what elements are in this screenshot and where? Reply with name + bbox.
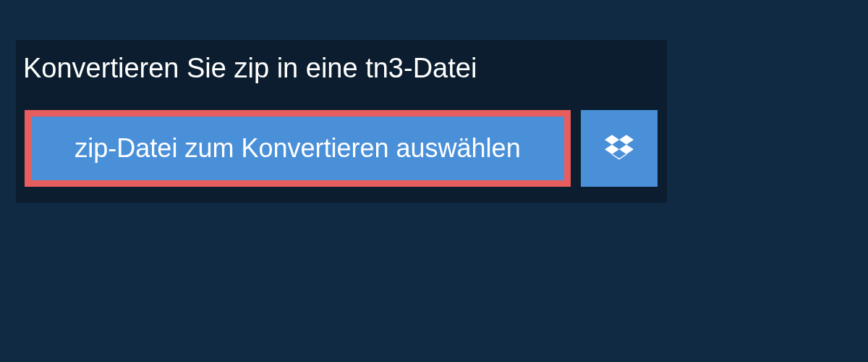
- select-file-button[interactable]: zip-Datei zum Konvertieren auswählen: [25, 110, 571, 187]
- title-bar: Konvertieren Sie zip in eine tn3-Datei: [16, 40, 498, 97]
- converter-panel: Konvertieren Sie zip in eine tn3-Datei z…: [16, 40, 667, 203]
- select-file-label: zip-Datei zum Konvertieren auswählen: [75, 133, 520, 164]
- dropbox-button[interactable]: [581, 110, 658, 187]
- page-title: Konvertieren Sie zip in eine tn3-Datei: [23, 53, 477, 83]
- dropbox-icon: [605, 132, 634, 164]
- button-row: zip-Datei zum Konvertieren auswählen: [16, 97, 667, 203]
